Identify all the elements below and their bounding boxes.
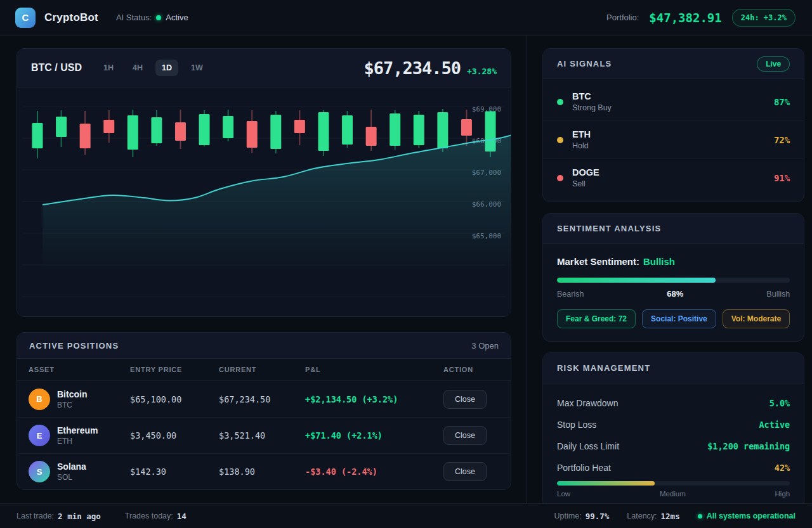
risk-management-panel: RISK MANAGEMENT Max Drawdown 5.0% Stop L… xyxy=(542,352,804,508)
signals-header: AI SIGNALS Live xyxy=(543,49,804,79)
market-sentiment-label: Market Sentiment: xyxy=(557,256,639,267)
latency: Latency: 12ms xyxy=(627,512,679,521)
ai-status-value: Active xyxy=(166,13,188,22)
sentiment-title: SENTIMENT ANALYSIS xyxy=(557,224,661,233)
risk-label: Daily Loss Limit xyxy=(557,441,619,451)
status-dot-icon xyxy=(156,15,161,20)
uptime-value: 99.7% xyxy=(586,512,610,521)
position-row-btc: B Bitcoin BTC $65,100.00 $67,234.50 +$2,… xyxy=(17,381,511,417)
position-row-sol: S Solana SOL $142.30 $138.90 -$3.40 (-2.… xyxy=(17,453,511,489)
open-count: 3 Open xyxy=(471,341,499,351)
signal-confidence: 87% xyxy=(774,97,790,107)
coin-name: Solana xyxy=(57,461,86,472)
pair-title: BTC / USD xyxy=(31,62,82,74)
current-price-cell: $138.90 xyxy=(219,467,305,477)
positions-header: ACTIVE POSITIONS 3 Open xyxy=(17,333,511,359)
systems-status: All systems operational xyxy=(698,512,796,520)
close-position-button[interactable]: Close xyxy=(443,426,487,445)
signal-recommendation: Strong Buy xyxy=(572,103,765,112)
status-dot-icon xyxy=(698,514,702,518)
btc-coin-icon: B xyxy=(29,389,50,410)
status-bar: Last trade: 2 min ago Trades today: 14 U… xyxy=(0,503,812,528)
chart-header: BTC / USD 1H 4H 1D 1W $67,234.50 +3.28% xyxy=(17,49,511,87)
top-bar: C CryptoBot AI Status: Active Portfolio:… xyxy=(0,0,812,35)
coin-ticker: BTC xyxy=(57,401,87,409)
volatility-badge: Vol: Moderate xyxy=(723,309,790,328)
timeframe-tab-4h[interactable]: 4H xyxy=(126,60,149,76)
col-action: ACTION xyxy=(443,366,499,373)
coin-ticker: SOL xyxy=(57,473,86,482)
col-pnl: P&L xyxy=(305,366,443,373)
coin-ticker: ETH xyxy=(57,437,98,446)
sentiment-header: SENTIMENT ANALYSIS xyxy=(543,214,804,244)
timeframe-tab-1d[interactable]: 1D xyxy=(155,60,178,76)
app-logo-icon: C xyxy=(15,8,36,28)
price-change: +3.28% xyxy=(467,67,497,76)
col-current: CURRENT xyxy=(219,366,305,373)
heat-bar-track xyxy=(557,481,790,486)
portfolio-value: $47,382.91 xyxy=(649,11,721,25)
heat-medium-label: Medium xyxy=(660,490,686,498)
candlestick-chart[interactable]: $69,000$68,000$67,000$66,000$65,000 xyxy=(17,87,511,316)
eth-coin-icon: E xyxy=(29,425,50,446)
change-24h-badge: 24h: +3.2% xyxy=(732,9,796,27)
pnl-value: +$71.40 (+2.1%) xyxy=(305,430,443,441)
heat-bar-fill xyxy=(557,481,655,486)
systems-status-text: All systems operational xyxy=(707,512,796,520)
close-position-button[interactable]: Close xyxy=(443,390,487,409)
signal-asset: DOGE xyxy=(572,167,765,177)
last-trade-value: 2 min ago xyxy=(58,512,101,521)
app-title: CryptoBot xyxy=(44,11,98,24)
positions-column-headers: ASSET ENTRY PRICE CURRENT P&L ACTION xyxy=(17,359,511,381)
coin-name: Bitcoin xyxy=(57,389,87,399)
sentiment-bar-track xyxy=(557,278,790,283)
risk-value: 42% xyxy=(775,463,790,473)
sell-signal-dot-icon xyxy=(557,175,563,181)
scale-bearish-label: Bearish xyxy=(557,290,584,299)
signal-recommendation: Hold xyxy=(572,141,765,150)
social-badge: Social: Positive xyxy=(642,309,716,328)
current-price: $67,234.50 xyxy=(363,58,461,78)
risk-label: Stop Loss xyxy=(557,420,596,430)
coin-name: Ethereum xyxy=(57,425,98,435)
risk-header: RISK MANAGEMENT xyxy=(543,353,804,383)
col-entry: ENTRY PRICE xyxy=(130,366,219,373)
risk-row-stop-loss: Stop Loss Active xyxy=(557,414,790,435)
right-sidebar: AI SIGNALS Live BTC Strong Buy 87% ETH xyxy=(527,35,812,503)
risk-row-max-drawdown: Max Drawdown 5.0% xyxy=(557,392,790,414)
entry-price: $142.30 xyxy=(130,467,219,477)
risk-label: Portfolio Heat xyxy=(557,463,611,473)
heat-low-label: Low xyxy=(557,490,570,498)
chart-svg: $69,000$68,000$67,000$66,000$65,000 xyxy=(17,87,511,316)
sol-coin-icon: S xyxy=(29,461,50,482)
sentiment-percent: 68% xyxy=(667,289,683,299)
signal-asset: BTC xyxy=(572,91,765,101)
positions-title: ACTIVE POSITIONS xyxy=(29,341,119,351)
timeframe-tab-1h[interactable]: 1H xyxy=(97,60,120,76)
sentiment-bar-fill xyxy=(557,278,716,283)
entry-price: $65,100.00 xyxy=(130,394,219,404)
market-sentiment-value: Bullish xyxy=(643,256,675,267)
position-row-eth: E Ethereum ETH $3,450.00 $3,521.40 +$71.… xyxy=(17,417,511,453)
ai-status: AI Status: Active xyxy=(116,13,188,22)
risk-row-daily-loss: Daily Loss Limit $1,200 remaining xyxy=(557,435,790,457)
current-price-cell: $67,234.50 xyxy=(219,394,305,404)
signals-title: AI SIGNALS xyxy=(557,59,612,68)
signal-confidence: 91% xyxy=(774,173,790,183)
col-asset: ASSET xyxy=(29,366,130,373)
risk-title: RISK MANAGEMENT xyxy=(557,363,650,373)
heat-high-label: High xyxy=(775,490,790,498)
timeframe-tab-1w[interactable]: 1W xyxy=(185,60,209,76)
buy-signal-dot-icon xyxy=(557,99,563,105)
ai-signals-panel: AI SIGNALS Live BTC Strong Buy 87% ETH xyxy=(542,48,804,202)
current-price-cell: $3,521.40 xyxy=(219,430,305,441)
signal-asset: ETH xyxy=(572,129,765,139)
last-trade: Last trade: 2 min ago xyxy=(16,512,101,521)
close-position-button[interactable]: Close xyxy=(443,462,487,481)
risk-value: Active xyxy=(759,420,790,430)
portfolio-label: Portfolio: xyxy=(606,13,639,22)
sentiment-panel: SENTIMENT ANALYSIS Market Sentiment:Bull… xyxy=(542,213,804,342)
risk-label: Max Drawdown xyxy=(557,398,618,408)
entry-price: $3,450.00 xyxy=(130,430,219,441)
signal-row-btc: BTC Strong Buy 87% xyxy=(543,83,804,120)
